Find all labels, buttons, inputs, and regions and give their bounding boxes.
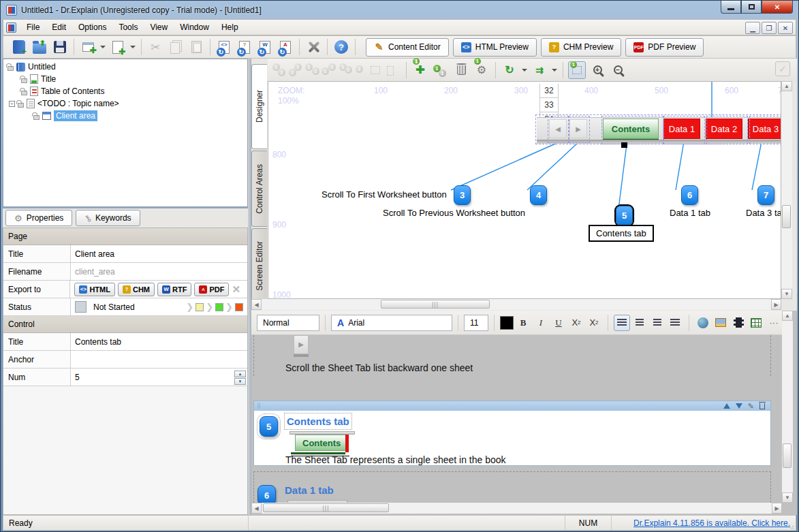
callout-settings-button[interactable]: ⚙ (473, 61, 490, 79)
editor-document[interactable]: ▶ Scroll the Sheet Tab list backward one… (251, 335, 782, 503)
more-tools-button[interactable]: ··· (766, 315, 782, 331)
control-area-outline[interactable] (706, 116, 748, 144)
maximize-button[interactable] (741, 1, 762, 14)
block-contents-tab-selected[interactable]: ⣿ ✎ 5 Contents tab Contents The Sheet Ta… (253, 401, 771, 466)
save-button[interactable] (51, 38, 69, 56)
drag-grip-icon[interactable]: ⣿ (257, 403, 262, 409)
copy-button[interactable] (167, 38, 185, 56)
num-stepper[interactable]: ▲ ▼ (234, 371, 246, 384)
status-green[interactable] (215, 303, 223, 311)
num-field[interactable]: 5 ▲ ▼ (71, 369, 247, 386)
menu-help[interactable]: Help (215, 20, 245, 34)
underline-button[interactable]: U (550, 315, 567, 331)
insert-link-button[interactable] (695, 315, 711, 331)
scroll-right-icon[interactable]: ▶ (772, 503, 782, 514)
align-right-button[interactable] (649, 315, 665, 331)
numbering-style-5-button[interactable]: 12 (338, 63, 353, 77)
html-preview-button[interactable]: <> HTML Preview (453, 38, 537, 57)
insert-table-button[interactable] (748, 315, 764, 331)
insert-video-button[interactable] (730, 315, 747, 331)
tab-screen-editor[interactable]: Screen Editor (251, 228, 267, 303)
scroll-left-icon[interactable]: ◀ (251, 503, 262, 514)
align-center-button[interactable] (631, 315, 648, 331)
contents-tab-image[interactable]: Contents (289, 431, 355, 457)
filename-field[interactable]: client_area (71, 263, 247, 280)
spin-down-icon[interactable]: ▼ (234, 378, 246, 385)
numbering-style-6-button[interactable]: 2 (354, 63, 369, 77)
block-title-5[interactable]: Contents tab (287, 416, 349, 427)
delete-block-icon[interactable] (759, 403, 765, 409)
toggle-callout-button[interactable]: 11 (432, 61, 450, 79)
open-project-button[interactable] (31, 38, 48, 56)
canvas-hscrollbar[interactable]: ◀ ||| ▶ (251, 299, 781, 310)
export-rtf-button[interactable]: W (256, 38, 274, 56)
numbering-style-1-button[interactable]: 12 (272, 63, 287, 77)
export-rtf-toggle[interactable]: WRTF (157, 283, 191, 296)
add-topic-button[interactable] (79, 38, 97, 56)
chm-preview-button[interactable]: ? CHM Preview (541, 38, 621, 57)
menu-tools[interactable]: Tools (112, 20, 144, 34)
numbering-style-4-button[interactable]: 21 (322, 63, 336, 77)
menu-options[interactable]: Options (72, 20, 112, 34)
export-pdf-button[interactable]: A (277, 38, 294, 56)
scroll-up-icon[interactable]: ▲ (781, 81, 792, 91)
editor-hscrollbar[interactable]: ◀ ||| ▶ (251, 503, 782, 514)
callout-badge-6[interactable]: 6 (681, 185, 698, 205)
edit-off-icon[interactable]: ✎ (748, 402, 754, 411)
zoom-in-button[interactable]: + (589, 61, 606, 79)
forward-capture-button[interactable]: ⇉ (531, 61, 548, 79)
resize-grip-icon[interactable]: ⣠ (789, 522, 794, 529)
status-yellow[interactable] (195, 303, 204, 311)
superscript-button[interactable]: X2 (586, 315, 602, 331)
hscroll-thumb[interactable]: ||| (381, 300, 490, 309)
paragraph-style-select[interactable]: Normal (257, 315, 319, 331)
collapse-icon[interactable]: − (9, 101, 15, 107)
bold-button[interactable]: B (515, 315, 531, 331)
update-link[interactable]: Dr.Explain 4.11.856 is available. Click … (633, 518, 790, 528)
editor-vscrollbar[interactable]: ▲ ▼ (782, 311, 793, 503)
move-down-icon[interactable] (736, 403, 742, 409)
content-editor-button[interactable]: ✎ Content Editor (366, 38, 449, 57)
recapture-dropdown[interactable] (522, 69, 527, 72)
italic-button[interactable]: I (533, 315, 549, 331)
recapture-button[interactable]: ↻ (501, 61, 518, 79)
numbering-style-3-button[interactable]: 12 (305, 63, 320, 77)
tree-item-title[interactable]: Title (3, 73, 247, 85)
control-area-outline[interactable] (601, 116, 663, 144)
callout-badge-5[interactable]: 5 (616, 206, 633, 225)
cut-button[interactable]: ✂ (146, 38, 164, 56)
subscript-button[interactable]: X2 (568, 315, 584, 331)
anchor-field[interactable] (71, 351, 247, 368)
scroll-right-icon[interactable]: ▶ (771, 299, 781, 310)
font-select[interactable]: AArial (331, 315, 452, 331)
minimize-button[interactable] (721, 1, 741, 14)
menu-file[interactable]: File (20, 20, 46, 34)
block-title-6[interactable]: Data 1 tab (285, 484, 334, 496)
block-callout-badge-5[interactable]: 5 (260, 416, 278, 437)
font-color-picker[interactable] (500, 316, 514, 330)
export-html-button[interactable]: <> (215, 38, 233, 56)
menu-edit[interactable]: Edit (46, 20, 72, 34)
tree-item-untitled[interactable]: Untitled (3, 61, 247, 73)
add-callout-button[interactable]: ✚ (411, 61, 429, 79)
tab-control-areas[interactable]: Control Areas (251, 151, 267, 227)
selection-handle[interactable] (621, 142, 627, 148)
scroll-down-icon[interactable]: ▼ (782, 492, 793, 503)
designer-canvas[interactable]: ZOOM:100% 100 200 300 400 500 600 700 80… (268, 81, 781, 299)
arrange-horizontal-button[interactable] (371, 63, 386, 77)
add-subtopic-dropdown[interactable] (130, 46, 136, 48)
tree-item-toc[interactable]: Table of Contents (3, 85, 247, 97)
arrange-vertical-button[interactable] (387, 63, 402, 77)
numbering-style-2-button[interactable]: 12 (289, 63, 304, 77)
tab-keywords[interactable]: ⚷ Keywords (76, 210, 140, 226)
menu-window[interactable]: Window (174, 20, 215, 34)
scroll-left-icon[interactable]: ◀ (251, 299, 262, 310)
scroll-down-icon[interactable]: ▼ (781, 289, 792, 299)
callout-badge-3[interactable]: 3 (454, 185, 471, 205)
show-areas-button[interactable] (568, 61, 586, 79)
control-area-outline[interactable] (569, 116, 590, 143)
block-previous[interactable]: ▶ Scroll the Sheet Tab list backward one… (253, 335, 771, 376)
control-area-outline[interactable] (663, 116, 705, 144)
font-size-select[interactable]: 11 (464, 315, 488, 331)
forward-capture-dropdown[interactable] (552, 69, 557, 72)
